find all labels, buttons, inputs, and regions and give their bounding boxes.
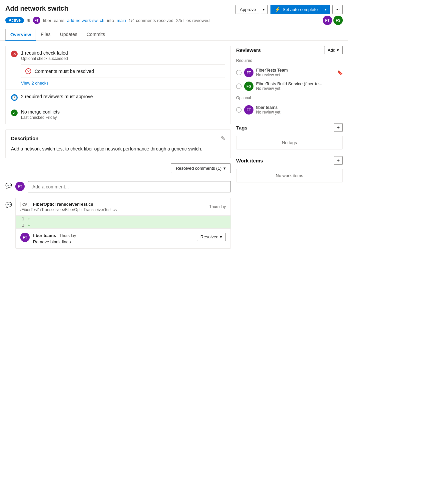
work-items-section: Work items + No work items bbox=[236, 156, 343, 182]
description-card: Description ✎ Add a network switch test … bbox=[5, 129, 231, 158]
reviewer-row-ft: FT FiberTests Team No review yet 🔖 bbox=[236, 66, 343, 79]
reviewer-name-fs: FiberTests Build Service (fiber-te... bbox=[256, 81, 343, 86]
resolved-chevron-icon: ▾ bbox=[220, 234, 222, 239]
tab-overview[interactable]: Overview bbox=[5, 29, 36, 41]
avatar-fs-reviewer: FS bbox=[244, 82, 253, 91]
merge-check-subtitle: Last checked Friday bbox=[21, 115, 225, 120]
add-reviewer-button[interactable]: Add ▾ bbox=[324, 46, 343, 54]
radio-ft[interactable] bbox=[236, 70, 241, 75]
reviewers-check-title: 2 required reviewers must approve bbox=[21, 94, 225, 99]
view-checks-link[interactable]: View 2 checks bbox=[21, 81, 225, 86]
reviewer-row-fs: FS FiberTests Build Service (fiber-te...… bbox=[236, 79, 343, 93]
required-label: Required bbox=[236, 58, 343, 63]
reviewers-section: Reviewers Add ▾ Required FT FiberTests T… bbox=[236, 46, 343, 117]
merge-check: ✓ No merge conflicts Last checked Friday bbox=[6, 105, 230, 124]
resolved-dropdown-button[interactable]: Resolved ▾ bbox=[197, 233, 226, 241]
optional-reviewer-status: No review yet bbox=[256, 110, 343, 115]
sub-status-comments: ✕ Comments must be resolved bbox=[21, 65, 225, 78]
file-date: Thursday bbox=[209, 204, 226, 209]
approve-dropdown-button[interactable]: ▾ bbox=[260, 5, 267, 14]
avatar-ft-header: FT bbox=[323, 16, 332, 25]
no-tags-label: No tags bbox=[236, 136, 343, 149]
resolved-comments-button[interactable]: Resolved comments (1) ▾ bbox=[171, 163, 231, 173]
tags-title: Tags bbox=[236, 125, 247, 130]
comment-thread: FT fiber teams Thursday Remove blank lin… bbox=[16, 228, 230, 248]
avatar-author: FT bbox=[33, 17, 40, 24]
branch-into-label: into bbox=[107, 18, 114, 23]
check-success-icon: ✓ bbox=[11, 110, 18, 116]
no-work-items-label: No work items bbox=[236, 169, 343, 182]
description-text: Add a network switch test to check fiber… bbox=[11, 145, 225, 152]
status-badge: Active bbox=[5, 17, 24, 23]
files-reviewed: 2/5 files reviewed bbox=[176, 18, 210, 23]
thread-icon: 💬 bbox=[5, 182, 12, 189]
resolved-label: Resolved bbox=[201, 234, 219, 239]
tags-section: Tags + No tags bbox=[236, 123, 343, 149]
reviewer-status-ft: No review yet bbox=[256, 73, 334, 77]
more-options-button[interactable]: ⋯ bbox=[332, 5, 343, 14]
add-tag-button[interactable]: + bbox=[334, 123, 343, 132]
tab-files[interactable]: Files bbox=[36, 29, 55, 41]
avatar-commenter-ft: FT bbox=[20, 233, 30, 242]
comment-text: Remove blank lines bbox=[33, 239, 194, 244]
code-line-1: 1 + bbox=[16, 216, 230, 222]
avatar-optional-ft: FT bbox=[244, 105, 253, 115]
comments-resolved: 1/4 comments resolved bbox=[129, 18, 173, 23]
branch-into-link[interactable]: main bbox=[117, 18, 126, 23]
file-thread-icon: 💬 bbox=[5, 202, 12, 208]
code-line-2: 2 + bbox=[16, 222, 230, 228]
avatar-fs-header: FS bbox=[333, 16, 343, 25]
reviewers-check: 🕐 2 required reviewers must approve bbox=[6, 90, 230, 105]
code-block: 1 + 2 + bbox=[16, 216, 230, 228]
approve-button[interactable]: Approve bbox=[236, 5, 260, 14]
edit-icon[interactable]: ✎ bbox=[221, 135, 225, 141]
description-title: Description bbox=[11, 135, 39, 141]
reviewer-status-fs: No review yet bbox=[256, 86, 343, 91]
reviewer-name-ft: FiberTests Team bbox=[256, 68, 334, 73]
bookmark-icon: 🔖 bbox=[337, 70, 343, 75]
optional-label: Optional bbox=[236, 96, 343, 100]
optional-reviewer-name: fiber teams bbox=[256, 105, 343, 110]
branch-from-link[interactable]: add-network-switch bbox=[67, 18, 104, 23]
comment-date: Thursday bbox=[59, 233, 76, 238]
merge-check-title: No merge conflicts bbox=[21, 109, 225, 115]
add-work-item-button[interactable]: + bbox=[334, 156, 343, 165]
lightning-icon: ⚡ bbox=[275, 7, 280, 12]
nav-tabs: Overview Files Updates Commits bbox=[0, 29, 348, 41]
comment-input[interactable] bbox=[28, 181, 231, 192]
resolved-comments-label: Resolved comments (1) bbox=[176, 166, 222, 171]
check-failed-subtitle: Optional check succeeded bbox=[21, 56, 225, 61]
check-failed-icon: ✕ bbox=[11, 51, 18, 57]
chevron-down-icon: ▾ bbox=[224, 166, 226, 171]
reviewers-title: Reviewers bbox=[236, 47, 261, 53]
file-comment-card: C# FiberOpticTransceiverTest.cs /FiberTe… bbox=[15, 198, 231, 249]
status-card: ✕ 1 required check failed Optional check… bbox=[5, 46, 231, 124]
tab-updates[interactable]: Updates bbox=[55, 29, 82, 41]
work-items-title: Work items bbox=[236, 158, 263, 163]
avatar-commenter: FT bbox=[15, 182, 25, 191]
check-failed-title: 1 required check failed bbox=[21, 50, 225, 56]
radio-optional-ft[interactable] bbox=[236, 107, 241, 113]
tab-commits[interactable]: Commits bbox=[82, 29, 110, 41]
file-lang: C# bbox=[20, 202, 29, 207]
avatar-ft-reviewer: FT bbox=[244, 68, 253, 77]
radio-fs[interactable] bbox=[236, 84, 241, 89]
comments-error-text: Comments must be resolved bbox=[35, 69, 94, 74]
comments-error-icon: ✕ bbox=[25, 68, 31, 74]
file-path: /FiberTest1/Transceivers/FiberOpticTrans… bbox=[20, 207, 117, 212]
reviewer-row-optional-ft: FT fiber teams No review yet bbox=[236, 103, 343, 117]
comment-author: fiber teams bbox=[33, 233, 56, 238]
pr-number: !9 bbox=[27, 18, 30, 23]
file-name: FiberOpticTransceiverTest.cs bbox=[33, 202, 93, 207]
clock-icon: 🕐 bbox=[11, 94, 18, 101]
autocomplete-dropdown-button[interactable]: ▾ bbox=[322, 5, 330, 14]
autocomplete-button[interactable]: ⚡ Set auto-complete bbox=[270, 5, 322, 14]
team-name: fiber teams bbox=[43, 18, 64, 23]
add-reviewer-chevron-icon: ▾ bbox=[337, 48, 339, 53]
